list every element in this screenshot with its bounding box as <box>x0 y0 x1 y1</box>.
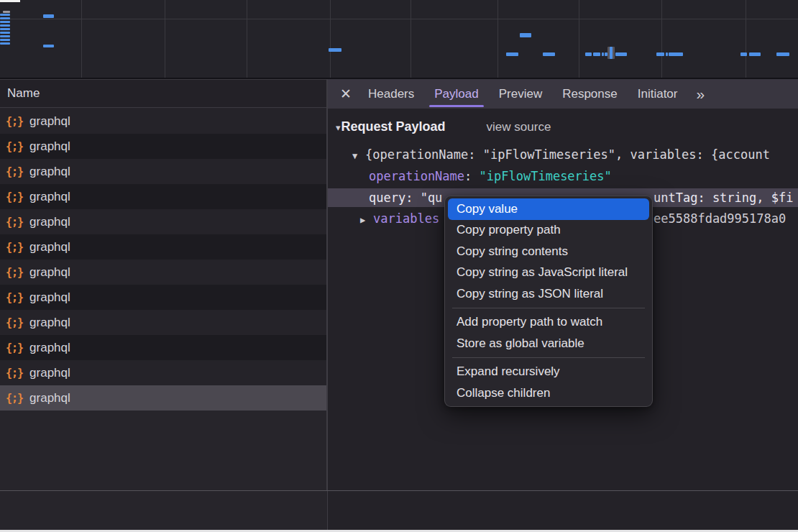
waterfall-request-bar[interactable] <box>3 11 10 13</box>
payload-root-preview: {operationName: "ipFlowTimeseries", vari… <box>365 147 770 162</box>
request-list-panel: Name {;}graphql{;}graphql{;}graphql{;}gr… <box>0 79 327 490</box>
waterfall-request-bar[interactable] <box>329 48 341 52</box>
tab-preview[interactable]: Preview <box>489 79 552 109</box>
waterfall-request-bar[interactable] <box>0 14 10 17</box>
waterfall-request-bar[interactable] <box>593 52 600 56</box>
request-row-graphql[interactable]: {;}graphql <box>0 184 327 209</box>
waterfall-request-bar[interactable] <box>0 42 10 45</box>
request-row-graphql[interactable]: {;}graphql <box>0 159 327 184</box>
request-row-graphql[interactable]: {;}graphql <box>0 134 327 159</box>
json-fetch-icon: {;} <box>6 291 23 304</box>
json-fetch-icon: {;} <box>6 140 23 153</box>
menu-item-add-property-path-to-watch[interactable]: Add property path to watch <box>448 312 649 334</box>
request-row-graphql[interactable]: {;}graphql <box>0 310 327 335</box>
tab-response[interactable]: Response <box>552 79 628 109</box>
waterfall-request-bar[interactable] <box>0 39 10 42</box>
menu-item-copy-string-as-javascript-literal[interactable]: Copy string as JavaScript literal <box>448 262 649 284</box>
request-payload-title: Request Payload <box>341 119 446 134</box>
waterfall-request-bar[interactable] <box>615 52 627 56</box>
waterfall-request-bar[interactable] <box>602 52 604 56</box>
menu-item-copy-string-contents[interactable]: Copy string contents <box>448 241 649 262</box>
footer-divider <box>0 490 798 491</box>
json-fetch-icon: {;} <box>6 191 23 203</box>
overview-gridline <box>411 0 411 78</box>
context-menu: Copy valueCopy property pathCopy string … <box>444 196 653 407</box>
more-tabs-icon[interactable]: » <box>687 79 712 109</box>
view-source-link[interactable]: view source <box>487 120 551 134</box>
tab-headers[interactable]: Headers <box>358 79 424 109</box>
request-list: {;}graphql{;}graphql{;}graphql{;}graphql… <box>0 109 327 411</box>
tab-payload[interactable]: Payload <box>424 79 488 109</box>
payload-operationname-row[interactable]: operationName: "ipFlowTimeseries" <box>328 168 798 185</box>
waterfall-request-bar[interactable] <box>749 52 761 56</box>
waterfall-request-bar[interactable] <box>669 52 683 56</box>
name-column-header[interactable]: Name <box>0 79 327 108</box>
waterfall-request-bar[interactable] <box>666 52 668 56</box>
section-collapse-icon[interactable]: ▾ <box>336 122 341 133</box>
json-fetch-icon: {;} <box>6 392 23 405</box>
waterfall-request-bar[interactable] <box>43 14 54 18</box>
tab-initiator[interactable]: Initiator <box>628 79 688 109</box>
request-row-graphql[interactable]: {;}graphql <box>0 360 327 385</box>
waterfall-request-bar[interactable] <box>0 32 10 35</box>
menu-item-copy-property-path[interactable]: Copy property path <box>448 220 649 242</box>
waterfall-request-bar[interactable] <box>776 52 789 56</box>
waterfall-request-bar[interactable] <box>520 33 531 37</box>
query-row-left-fragment: query: "qu <box>369 191 442 205</box>
expander-open-icon[interactable]: ▼ <box>352 147 365 165</box>
menu-item-collapse-children[interactable]: Collapse children <box>448 382 649 404</box>
footer-right-area <box>328 491 798 530</box>
json-fetch-icon: {;} <box>6 341 23 354</box>
tab-label: Preview <box>499 87 542 101</box>
waterfall-request-bar[interactable] <box>43 45 54 48</box>
request-payload-header: ▾Request Payloadview source <box>336 118 798 136</box>
waterfall-request-bar[interactable] <box>0 24 10 27</box>
request-name-label: graphql <box>29 391 70 405</box>
request-name-label: graphql <box>29 290 70 305</box>
request-row-graphql[interactable]: {;}graphql <box>0 109 327 134</box>
key-separator: : <box>464 169 479 183</box>
request-row-graphql[interactable]: {;}graphql <box>0 285 327 310</box>
menu-item-copy-value[interactable]: Copy value <box>448 198 649 220</box>
request-name-label: graphql <box>29 265 70 280</box>
waterfall-request-bar[interactable] <box>0 35 10 38</box>
request-row-graphql[interactable]: {;}graphql <box>0 234 327 260</box>
overview-gridline <box>661 0 662 78</box>
json-fetch-icon: {;} <box>6 367 23 380</box>
network-overview-waterfall[interactable] <box>0 0 798 78</box>
request-name-label: graphql <box>29 165 70 179</box>
variables-preview-fragment: ee5588fdad995178a0 <box>653 210 786 228</box>
tab-label: Payload <box>434 87 478 101</box>
waterfall-request-bar[interactable] <box>0 21 10 24</box>
menu-item-expand-recursively[interactable]: Expand recursively <box>448 362 649 383</box>
waterfall-request-bar[interactable] <box>0 28 10 31</box>
close-detail-icon[interactable]: ✕ <box>334 79 358 109</box>
waterfall-request-bar[interactable] <box>506 52 518 56</box>
request-name-label: graphql <box>29 316 70 330</box>
overview-gridline <box>0 19 798 19</box>
request-name-label: graphql <box>29 114 70 129</box>
expander-closed-icon[interactable]: ▶ <box>360 211 373 229</box>
waterfall-request-bar[interactable] <box>543 52 555 56</box>
waterfall-request-bar[interactable] <box>585 52 592 56</box>
payload-root-row[interactable]: ▼{operationName: "ipFlowTimeseries", var… <box>328 146 798 164</box>
waterfall-request-bar[interactable] <box>0 17 10 20</box>
detail-tab-bar: ✕HeadersPayloadPreviewResponseInitiator» <box>328 79 798 109</box>
footer-left-area <box>0 491 327 530</box>
overview-gridline <box>81 0 82 78</box>
menu-item-store-as-global-variable[interactable]: Store as global variable <box>448 333 649 354</box>
json-fetch-icon: {;} <box>6 266 23 279</box>
overview-gridline <box>330 0 331 78</box>
request-row-graphql[interactable]: {;}graphql <box>0 385 327 411</box>
request-row-graphql[interactable]: {;}graphql <box>0 335 327 360</box>
json-fetch-icon: {;} <box>6 316 23 329</box>
waterfall-request-bar[interactable] <box>656 52 664 56</box>
json-fetch-icon: {;} <box>6 165 23 178</box>
waterfall-request-bar[interactable] <box>740 52 747 56</box>
request-row-graphql[interactable]: {;}graphql <box>0 209 327 234</box>
request-row-graphql[interactable]: {;}graphql <box>0 260 327 285</box>
waterfall-request-bar[interactable] <box>610 47 613 59</box>
property-key: variables <box>373 211 439 226</box>
request-name-label: graphql <box>29 215 70 229</box>
menu-item-copy-string-as-json-literal[interactable]: Copy string as JSON literal <box>448 283 649 305</box>
